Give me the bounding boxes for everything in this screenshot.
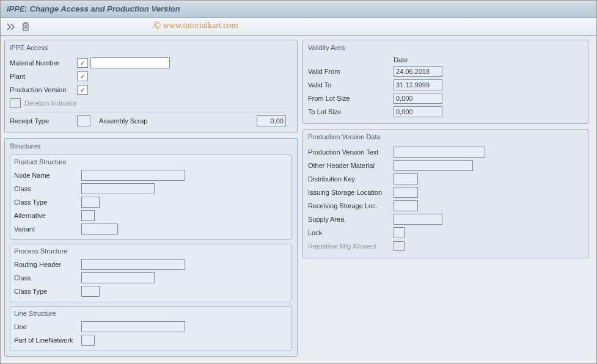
part-linenetwork-label: Part of LineNetwork: [14, 337, 81, 344]
delete-icon[interactable]: [20, 21, 31, 32]
distkey-label: Distribution Key: [308, 175, 394, 183]
issloc-input[interactable]: [394, 187, 418, 198]
ohm-input[interactable]: [394, 160, 473, 171]
pvtext-label: Production Version Text: [308, 148, 394, 156]
distkey-input[interactable]: [394, 173, 418, 184]
window-title: iPPE: Change Access and Production Versi…: [1, 1, 596, 18]
receipt-type-label: Receipt Type: [10, 117, 77, 125]
alternative-input[interactable]: [81, 210, 95, 221]
to-lot-input[interactable]: [394, 106, 442, 117]
product-structure-title: Product Structure: [14, 158, 288, 166]
process-structure-title: Process Structure: [14, 247, 288, 255]
valid-from-label: Valid From: [308, 68, 394, 75]
ps-class-input[interactable]: [81, 183, 155, 194]
supply-input[interactable]: [394, 214, 442, 225]
valid-to-input[interactable]: [394, 79, 442, 90]
proc-classtype-label: Class Type: [14, 288, 81, 295]
ps-classtype-label: Class Type: [14, 198, 81, 206]
subgroup-process-structure: Process Structure Routing Header Class C…: [10, 244, 292, 302]
variant-input[interactable]: [81, 224, 118, 235]
deletion-indicator-checkbox: [10, 98, 21, 108]
assembly-scrap-input[interactable]: [257, 115, 286, 126]
group-title-pvdata: Production Version Data: [308, 132, 583, 142]
watermark: © www.tutorialkart.com: [153, 20, 238, 31]
group-validity-area: Validity Area Date Valid From Valid To F…: [302, 40, 588, 124]
routing-header-label: Routing Header: [14, 261, 81, 268]
material-number-required-icon: ✓: [77, 58, 88, 68]
issloc-label: Issuing Storage Location: [308, 189, 394, 196]
plant-required-icon: ✓: [77, 71, 88, 81]
repmfg-label: Repetitive Mfg Allowed: [308, 242, 394, 250]
valid-to-label: Valid To: [308, 81, 394, 89]
production-version-required-icon: ✓: [77, 85, 88, 95]
routing-header-input[interactable]: [81, 259, 185, 270]
deletion-indicator-label: Deletion Indicator: [24, 100, 77, 107]
from-lot-input[interactable]: [394, 93, 442, 104]
recloc-label: Receiving Storage Loc.: [308, 202, 394, 209]
node-name-label: Node Name: [14, 172, 81, 179]
production-version-label: Production Version: [10, 86, 77, 93]
assembly-scrap-label: Assembly Scrap: [99, 117, 147, 125]
material-number-label: Material Number: [10, 59, 77, 67]
ps-classtype-input[interactable]: [81, 197, 100, 208]
node-name-input[interactable]: [81, 170, 185, 181]
plant-label: Plant: [10, 73, 77, 80]
group-title-validity: Validity Area: [308, 43, 583, 53]
part-linenetwork-input[interactable]: [81, 335, 95, 346]
proc-classtype-input[interactable]: [81, 286, 100, 297]
receipt-type-input[interactable]: [77, 115, 90, 126]
toolbar: © www.tutorialkart.com: [1, 18, 596, 36]
repmfg-checkbox: [394, 241, 405, 251]
supply-label: Supply Area: [308, 216, 394, 223]
group-ippe-access: iPPE Access Material Number ✓ Plant ✓ Pr…: [4, 40, 298, 133]
lock-label: Lock: [308, 229, 394, 236]
group-production-version-data: Production Version Data Production Versi…: [302, 129, 588, 258]
subgroup-product-structure: Product Structure Node Name Class Class …: [10, 155, 292, 240]
group-structures: Structures Product Structure Node Name C…: [4, 138, 298, 357]
from-lot-label: From Lot Size: [308, 95, 394, 102]
variant-label: Variant: [14, 225, 81, 233]
line-label: Line: [14, 323, 81, 330]
recloc-input[interactable]: [394, 200, 418, 211]
content-area: iPPE Access Material Number ✓ Plant ✓ Pr…: [1, 36, 596, 360]
line-input[interactable]: [81, 321, 185, 332]
ohm-label: Other Header Material: [308, 162, 394, 169]
date-column-header: Date: [394, 56, 583, 64]
toggle-icon[interactable]: [5, 21, 16, 32]
alternative-label: Alternative: [14, 212, 81, 219]
subgroup-line-structure: Line Structure Line Part of LineNetwork: [10, 306, 292, 351]
group-title-structures: Structures: [10, 141, 292, 151]
to-lot-label: To Lot Size: [308, 108, 394, 115]
proc-class-label: Class: [14, 274, 81, 282]
lock-input[interactable]: [394, 227, 405, 238]
pvtext-input[interactable]: [394, 147, 485, 158]
proc-class-input[interactable]: [81, 272, 155, 283]
ps-class-label: Class: [14, 185, 81, 192]
valid-from-input[interactable]: [394, 66, 442, 77]
group-title-access: iPPE Access: [10, 43, 292, 53]
material-number-input[interactable]: [90, 57, 170, 68]
line-structure-title: Line Structure: [14, 309, 288, 318]
